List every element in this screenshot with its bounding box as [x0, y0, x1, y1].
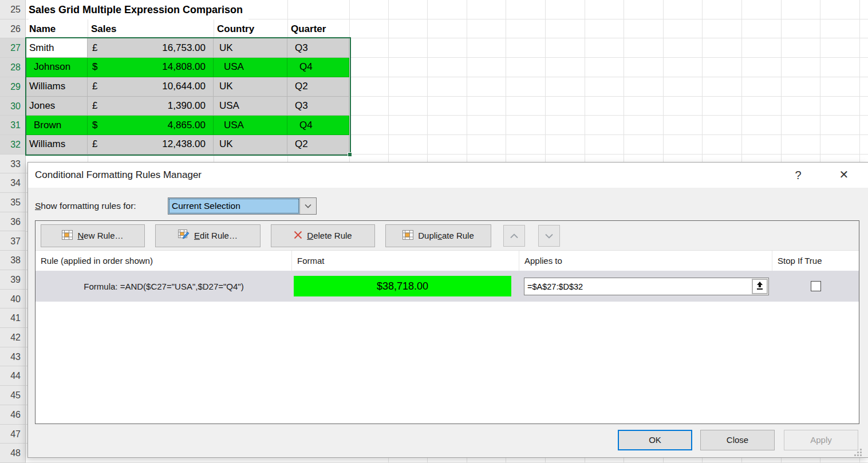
row-header-25[interactable]: 25 [0, 0, 26, 19]
delete-rule-button[interactable]: Delete Rule [271, 224, 375, 247]
row-header-46[interactable]: 46 [0, 405, 26, 425]
sales-amount: 16,753.00 [162, 42, 206, 54]
row-header-44[interactable]: 44 [0, 366, 26, 386]
cell-d26-header[interactable]: Quarter [291, 19, 326, 38]
row-header-37[interactable]: 37 [0, 232, 26, 251]
row-header-38[interactable]: 38 [0, 251, 26, 270]
cell-sales-30[interactable]: £1,390.00 [88, 97, 214, 116]
currency-symbol: $ [92, 120, 97, 131]
cell-name-28[interactable]: Johnson [26, 58, 88, 77]
applies-to-value: =$A$27:$D$32 [524, 282, 752, 291]
cell-name-30[interactable]: Jones [26, 97, 88, 116]
duplicate-rule-button[interactable]: Duplicate Rule [385, 224, 491, 247]
chevron-down-icon [545, 231, 553, 240]
row-header-26[interactable]: 26 [0, 19, 26, 39]
rules-list-header: Rule (applied in order shown) Format App… [35, 251, 859, 271]
row-header-41[interactable]: 41 [0, 308, 26, 328]
cell-name-27[interactable]: Smith [26, 38, 88, 58]
cell-country-31[interactable]: USA [214, 116, 287, 135]
row-header-28[interactable]: 28 [0, 58, 26, 77]
table-edit-pencil-icon [178, 229, 190, 242]
applies-to-input[interactable]: =$A$27:$D$32 [524, 278, 769, 295]
cell-name-29[interactable]: Williams [26, 77, 88, 97]
cell-sales-28[interactable]: $14,808.00 [88, 58, 214, 77]
cell-quarter-27[interactable]: Q3 [287, 38, 349, 58]
cell-quarter-32[interactable]: Q2 [287, 135, 349, 155]
rule-format-preview: $38,718.00 [294, 276, 511, 296]
row-header-30[interactable]: 30 [0, 97, 26, 116]
ok-button[interactable]: OK [618, 430, 692, 450]
cell-sales-29[interactable]: £10,644.00 [88, 77, 214, 97]
cell-sales-27[interactable]: £16,753.00 [88, 38, 214, 58]
stop-if-true-checkbox[interactable] [811, 281, 821, 291]
cell-sales-31[interactable]: $4,865.00 [88, 116, 214, 135]
dialog-title: Conditional Formatting Rules Manager [35, 163, 202, 188]
excel-window: 2526272829303132333435363738394041424344… [0, 0, 868, 463]
row-header-43[interactable]: 43 [0, 347, 26, 367]
cell-sales-32[interactable]: £12,438.00 [88, 135, 214, 155]
row-header-45[interactable]: 45 [0, 386, 26, 405]
scope-dropdown-value: Current Selection [168, 198, 299, 214]
row-header-47[interactable]: 47 [0, 425, 26, 444]
new-rule-label: New Rule… [77, 231, 123, 240]
row-header-31[interactable]: 31 [0, 116, 26, 135]
column-header-stop-if-true: Stop If True [772, 251, 859, 271]
edit-rule-label: Edit Rule… [194, 231, 238, 240]
scope-dropdown[interactable]: Current Selection [168, 197, 317, 215]
rule-formula-text: Formula: =AND($C27="USA",$D27="Q4") [35, 271, 292, 302]
fill-handle[interactable] [348, 152, 352, 157]
row-header-42[interactable]: 42 [0, 328, 26, 347]
cell-quarter-30[interactable]: Q3 [287, 97, 349, 116]
row-header-29[interactable]: 29 [0, 77, 26, 97]
row-header-48[interactable]: 48 [0, 444, 26, 463]
sales-amount: 14,808.00 [162, 61, 206, 73]
currency-symbol: £ [92, 138, 97, 150]
move-rule-up-button[interactable] [503, 225, 525, 247]
collapse-dialog-range-picker-button[interactable] [752, 279, 768, 294]
close-icon[interactable]: ✕ [834, 163, 854, 188]
rule-row[interactable]: Formula: =AND($C27="USA",$D27="Q4") $38,… [35, 271, 859, 302]
chevron-up-icon [510, 231, 518, 240]
cell-country-30[interactable]: USA [214, 97, 287, 116]
row-header-39[interactable]: 39 [0, 270, 26, 290]
gridline-col-d-e [349, 0, 350, 162]
table-grid-icon [403, 230, 413, 242]
cell-a26-header[interactable]: Name [29, 19, 56, 38]
close-button[interactable]: Close [700, 430, 775, 450]
row-header-27[interactable]: 27 [0, 38, 26, 58]
cell-name-31[interactable]: Brown [26, 116, 88, 135]
row-header-36[interactable]: 36 [0, 212, 26, 232]
sales-amount: 4,865.00 [168, 120, 206, 131]
cell-quarter-28[interactable]: Q4 [287, 58, 349, 77]
show-rules-for-label: Show formatting rules for: [35, 197, 136, 215]
currency-symbol: £ [92, 100, 97, 112]
row-header-32[interactable]: 32 [0, 135, 26, 155]
cell-country-29[interactable]: UK [214, 77, 287, 97]
row-header-34[interactable]: 34 [0, 173, 26, 193]
row-header-33[interactable]: 33 [0, 155, 26, 174]
duplicate-rule-label: Duplicate Rule [418, 231, 474, 240]
cell-b26-header[interactable]: Sales [91, 19, 116, 38]
cell-a25-title[interactable]: Sales Grid Multiple Expression Compariso… [29, 0, 248, 19]
cell-c26-header[interactable]: Country [217, 19, 254, 38]
help-icon[interactable]: ? [790, 163, 807, 188]
up-arrow-from-bar-icon [756, 282, 764, 292]
delete-rule-label: Delete Rule [307, 231, 352, 240]
resize-grip[interactable] [854, 449, 862, 457]
dialog-titlebar[interactable]: Conditional Formatting Rules Manager ? ✕ [28, 163, 868, 188]
move-rule-down-button[interactable] [538, 225, 560, 247]
cell-quarter-29[interactable]: Q2 [287, 77, 349, 97]
cell-country-32[interactable]: UK [214, 135, 287, 155]
row-header-40[interactable]: 40 [0, 290, 26, 309]
new-rule-button[interactable]: New Rule… [41, 224, 145, 247]
cell-country-27[interactable]: UK [214, 38, 287, 58]
chevron-down-icon[interactable] [299, 198, 316, 214]
row-header-35[interactable]: 35 [0, 193, 26, 212]
cell-country-28[interactable]: USA [214, 58, 287, 77]
cell-name-32[interactable]: Williams [26, 135, 88, 155]
column-header-format: Format [292, 251, 519, 271]
currency-symbol: £ [92, 42, 97, 54]
rules-toolbar: New Rule… Edit Rule… Delete Rule [35, 221, 859, 251]
cell-quarter-31[interactable]: Q4 [287, 116, 349, 135]
edit-rule-button[interactable]: Edit Rule… [155, 224, 261, 247]
